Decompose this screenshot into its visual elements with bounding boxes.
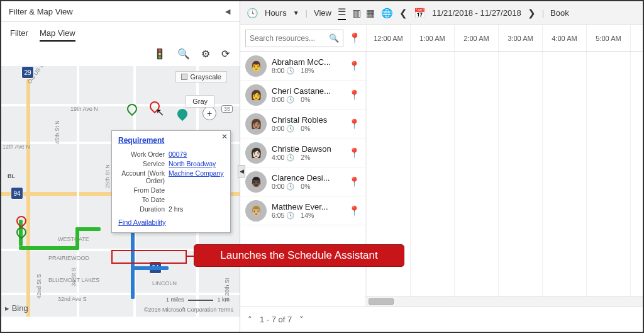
location-pin-icon[interactable]: 📍 <box>348 32 361 44</box>
map-layer-toggle[interactable]: Grayscale <box>175 71 227 82</box>
work-order-label: Work Order <box>118 150 169 158</box>
timeline-column <box>410 52 454 307</box>
resource-sub: 0:00 🕓0% <box>272 183 343 191</box>
resource-row[interactable]: 👩Cheri Castane...0:00 🕓0%📍 <box>240 81 365 110</box>
hwy-shield: 29 <box>21 66 34 79</box>
timeline-column <box>454 52 498 307</box>
panel-expand-handle[interactable]: ◀ <box>238 165 245 178</box>
book-button[interactable]: Book <box>550 8 569 18</box>
service-link[interactable]: North Broadway <box>169 160 216 167</box>
resource-row[interactable]: 👨🏿Clarence Desi...0:00 🕓0%📍 <box>240 167 365 196</box>
scale-km: 1 km <box>217 296 230 303</box>
route-line <box>19 246 79 250</box>
resource-row[interactable]: 👨Abraham McC...8:00 🕓18%📍 <box>240 52 365 81</box>
resource-pin-icon[interactable]: 📍 <box>348 176 360 188</box>
resource-list: 👨Abraham McC...8:00 🕓18%📍👩Cheri Castane.… <box>240 52 366 307</box>
cursor-icon: ↖ <box>156 106 164 118</box>
road <box>26 66 30 317</box>
street-label: 42nd St S <box>36 274 42 299</box>
calendar-icon[interactable]: 📅 <box>414 8 426 19</box>
view-columns-icon[interactable]: ▥ <box>352 8 360 19</box>
resource-info: Abraham McC...8:00 🕓18% <box>272 57 343 75</box>
find-availability-link[interactable]: Find Availability <box>118 218 166 226</box>
map-copyright: ©2018 Microsoft Corporation Terms <box>144 307 233 313</box>
bing-logo: ▸ Bing <box>5 303 28 313</box>
hwy-shield: 94 <box>11 187 23 200</box>
timeline-grid[interactable] <box>366 52 643 307</box>
street-label: BL <box>8 173 15 179</box>
resource-row[interactable]: 👩🏻Christie Dawson4:00 🕓2%📍 <box>240 138 365 167</box>
right-panel: 🕓 Hours ▼ | View ☰ ▥ ▦ 🌐 ❮ 📅 11/21/2018 … <box>240 1 643 332</box>
resources-area: 👨Abraham McC...8:00 🕓18%📍👩Cheri Castane.… <box>240 52 643 307</box>
resource-pin-icon[interactable]: 📍 <box>348 89 360 101</box>
timeline-column <box>630 52 643 307</box>
resource-name: Clarence Desi... <box>272 173 343 183</box>
close-icon[interactable]: ✕ <box>221 132 228 141</box>
view-grid-icon[interactable]: ▦ <box>366 8 375 19</box>
search-box[interactable]: 🔍 <box>245 30 343 47</box>
resource-pin-icon[interactable]: 📍 <box>348 118 360 130</box>
left-panel-tabs: Filter Map View <box>1 22 240 42</box>
time-header-cell: 2:00 AM <box>454 25 498 51</box>
time-header-cell: 3:00 AM <box>498 25 542 51</box>
search-input[interactable] <box>250 34 325 43</box>
avatar: 👩 <box>245 84 267 106</box>
popup-title-link[interactable]: Requirement <box>118 136 164 145</box>
resource-pin-icon[interactable]: 📍 <box>348 60 360 72</box>
district-label: WESTGATE <box>58 236 89 242</box>
scrollbar-thumb[interactable] <box>369 298 394 305</box>
tab-map-view[interactable]: Map View <box>40 28 75 42</box>
next-icon[interactable]: ❯ <box>528 8 536 19</box>
time-header-cell: 4:00 AM <box>542 25 586 51</box>
map-pin[interactable] <box>175 107 190 121</box>
refresh-icon[interactable]: ⟳ <box>221 48 230 60</box>
chevron-down-icon[interactable]: ▼ <box>293 9 299 16</box>
to-date-label: To Date <box>118 196 169 203</box>
map-layer-toggle-label: Grayscale <box>190 73 221 81</box>
avatar: 👨🏿 <box>245 171 267 193</box>
search-icon[interactable]: 🔍 <box>329 33 339 43</box>
resource-pin-icon[interactable]: 📍 <box>348 205 360 217</box>
resource-info: Christie Dawson4:00 🕓2% <box>272 144 343 162</box>
prev-icon[interactable]: ❮ <box>399 8 408 19</box>
street-label: 25th St N <box>104 164 111 188</box>
resource-info: Christal Robles0:00 🕓0% <box>272 115 343 133</box>
resource-sub: 0:00 🕓0% <box>272 125 343 133</box>
avatar: 👩🏽 <box>245 113 267 135</box>
view-label: View <box>314 8 331 18</box>
work-order-link[interactable]: 00079 <box>169 150 187 158</box>
gear-icon[interactable]: ⚙ <box>201 48 210 60</box>
page-up-icon[interactable]: ˄ <box>248 315 252 324</box>
resource-pin-icon[interactable]: 📍 <box>348 147 360 159</box>
map-zoom-in[interactable]: + <box>203 106 216 120</box>
collapse-left-icon[interactable]: ◄ <box>223 6 232 16</box>
timeline-column <box>542 52 586 307</box>
resource-row[interactable]: 👨🏼Matthew Ever...6:05 🕓14%📍 <box>240 196 365 225</box>
globe-icon[interactable]: 🌐 <box>381 8 393 19</box>
hours-dropdown[interactable]: Hours <box>265 8 287 18</box>
view-list-icon[interactable]: ☰ <box>338 6 346 20</box>
account-link[interactable]: Machine Company <box>169 169 224 184</box>
map-toolbar: 🚦 🔍 ⚙ ⟳ <box>1 42 240 66</box>
district-label: LINCOLN <box>152 280 177 286</box>
search-icon[interactable]: 🔍 <box>177 48 190 60</box>
map-layer-button[interactable]: Gray <box>186 95 214 108</box>
street-label: 45th St N <box>54 120 60 144</box>
callout-annotation: Launches the Schedule Assistant <box>194 244 404 267</box>
map-scale: 1 miles 1 km <box>166 296 230 303</box>
traffic-icon[interactable]: 🚦 <box>153 48 166 60</box>
resource-sub: 8:00 🕓18% <box>272 67 343 75</box>
service-label: Service <box>118 160 169 167</box>
date-range[interactable]: 11/21/2018 - 11/27/2018 <box>432 8 521 18</box>
tab-filter[interactable]: Filter <box>10 28 28 42</box>
left-panel-header: Filter & Map View ◄ <box>1 1 240 22</box>
bing-label: Bing <box>12 303 28 313</box>
page-down-icon[interactable]: ˅ <box>299 315 304 324</box>
resource-info: Clarence Desi...0:00 🕓0% <box>272 173 343 191</box>
search-wrap: 🔍 📍 <box>240 25 366 51</box>
horizontal-scrollbar[interactable] <box>366 296 643 307</box>
resource-row[interactable]: 👩🏽Christal Robles0:00 🕓0%📍 <box>240 110 365 138</box>
timeline-column <box>498 52 542 307</box>
time-header-cell: 1:00 AM <box>410 25 454 51</box>
resource-name: Matthew Ever... <box>272 202 343 212</box>
